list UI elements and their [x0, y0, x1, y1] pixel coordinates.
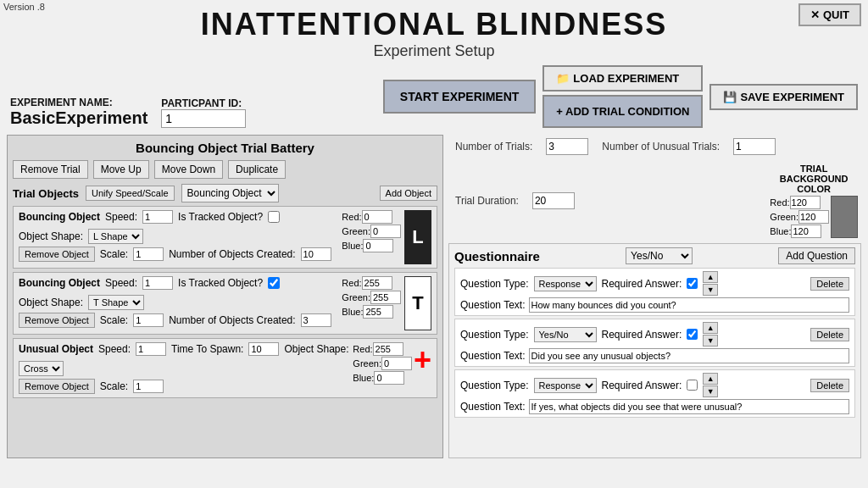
remove-trial-button[interactable]: Remove Trial — [13, 160, 88, 179]
bg-blue-input[interactable] — [791, 225, 821, 238]
experiment-name-value: BasicExperiment — [10, 108, 147, 128]
participant-section: PARTICPANT ID: — [161, 97, 246, 128]
q3-down-button[interactable]: ▼ — [703, 385, 718, 397]
load-experiment-button[interactable]: 📁 LOAD EXPERIMENT — [542, 65, 703, 92]
obj1-red-input[interactable] — [362, 210, 392, 224]
bouncing-object-select[interactable]: Bouncing Object — [181, 184, 279, 202]
q1-text-input[interactable] — [529, 297, 850, 313]
q3-required-checkbox[interactable] — [687, 380, 698, 391]
trial-objects-label: Trial Objects — [13, 187, 79, 200]
trial-info: Number of Trials: — [452, 136, 592, 157]
q1-delete-button[interactable]: Delete — [810, 277, 849, 291]
object-row-2: Bouncing Object Speed: Is Tracked Object… — [13, 272, 437, 335]
move-down-button[interactable]: Move Down — [154, 160, 223, 179]
right-panel: Number of Trials: Number of Unusual Tria… — [448, 135, 861, 458]
obj1-color-section: Red: Green: Blue: — [342, 210, 401, 252]
obj2-shape-select[interactable]: T Shape — [88, 295, 144, 310]
q3-text-input[interactable] — [529, 399, 850, 414]
start-experiment-button[interactable]: START EXPERIMENT — [383, 80, 537, 114]
q3-delete-button[interactable]: Delete — [810, 379, 849, 392]
obj3-remove-button[interactable]: Remove Object — [19, 379, 95, 394]
obj2-speed-input[interactable] — [142, 276, 173, 290]
trial-duration-input[interactable] — [532, 192, 575, 209]
num-unusual-label: Number of Unusual Trials: — [602, 141, 720, 152]
q2-text-input[interactable] — [529, 348, 850, 363]
num-unusual-input[interactable] — [733, 138, 776, 155]
object-row-3: Unusual Object Speed: Time To Spawn: Obj… — [13, 338, 437, 398]
main-area: Bouncing Object Trial Battery Remove Tri… — [0, 131, 868, 462]
app-title: INATTENTIONAL BLINDNESS — [0, 7, 868, 42]
obj3-scale-input[interactable] — [133, 380, 164, 393]
obj3-green-input[interactable] — [381, 357, 412, 370]
bg-green-input[interactable] — [798, 210, 829, 224]
q2-type-select[interactable]: Yes/No Response — [534, 327, 597, 342]
obj1-blue-input[interactable] — [363, 239, 393, 252]
question-row-2: Question Type: Yes/No Response Required … — [454, 319, 855, 367]
obj1-tracked-checkbox[interactable] — [268, 211, 280, 223]
obj1-scale-input[interactable] — [133, 247, 164, 261]
folder-icon: 📁 — [556, 72, 570, 85]
experiment-name-label: EXPERIMENT NAME: — [10, 97, 147, 108]
obj2-remove-button[interactable]: Remove Object — [19, 313, 95, 328]
obj3-shape-select[interactable]: Cross — [19, 361, 64, 376]
questionnaire-header: Questionnaire Yes/No Response Add Questi… — [454, 247, 855, 264]
obj2-tracked-checkbox[interactable] — [268, 277, 280, 289]
floppy-icon: 💾 — [723, 91, 737, 103]
obj2-scale-input[interactable] — [133, 313, 164, 327]
save-experiment-button[interactable]: 💾 SAVE EXPERIMENT — [709, 84, 858, 110]
participant-id-label: PARTICPANT ID: — [161, 97, 246, 109]
version-label: Version .8 — [3, 2, 45, 12]
experiment-name-section: EXPERIMENT NAME: BasicExperiment — [10, 97, 147, 128]
obj1-green-input[interactable] — [370, 225, 401, 238]
trial-battery-title: Bouncing Object Trial Battery — [13, 141, 437, 155]
obj2-green-input[interactable] — [370, 291, 401, 304]
obj1-name: Bouncing Object — [19, 211, 100, 223]
obj3-red-input[interactable] — [373, 342, 403, 356]
num-trials-label: Number of Trials: — [455, 141, 532, 152]
obj3-speed-input[interactable] — [136, 342, 166, 356]
q1-up-button[interactable]: ▲ — [703, 271, 718, 283]
obj1-shape-select[interactable]: L Shape — [88, 229, 143, 244]
obj2-num-objects-input[interactable] — [301, 313, 331, 327]
q2-delete-button[interactable]: Delete — [810, 328, 849, 341]
top-buttons: START EXPERIMENT 📁 LOAD EXPERIMENT + ADD… — [383, 65, 858, 128]
participant-id-input[interactable] — [161, 109, 246, 128]
bg-red-input[interactable] — [790, 196, 821, 209]
trial-bg-label: TRIAL BACKGROUND COLOR — [780, 164, 849, 194]
obj1-remove-button[interactable]: Remove Object — [19, 247, 95, 262]
question-row-3: Question Type: Response Yes/No Required … — [454, 369, 855, 418]
obj1-num-objects-input[interactable] — [301, 247, 331, 261]
top-bar: EXPERIMENT NAME: BasicExperiment PARTICP… — [0, 60, 868, 131]
add-trial-condition-button[interactable]: + ADD TRIAL CONDITION — [542, 95, 703, 128]
trial-controls: Remove Trial Move Up Move Down Duplicate — [13, 160, 437, 179]
add-question-button[interactable]: Add Question — [778, 247, 855, 264]
q1-type-select[interactable]: Response Yes/No — [534, 276, 597, 291]
obj1-shape-preview: L — [404, 210, 431, 264]
q1-down-button[interactable]: ▼ — [703, 284, 718, 296]
question-type-select[interactable]: Yes/No Response — [626, 247, 693, 264]
left-panel: Bouncing Object Trial Battery Remove Tri… — [7, 135, 443, 458]
obj2-blue-input[interactable] — [363, 305, 393, 319]
obj3-blue-input[interactable] — [374, 371, 404, 385]
num-trials-input[interactable] — [546, 138, 588, 155]
q2-required-checkbox[interactable] — [687, 329, 698, 340]
q1-required-checkbox[interactable] — [687, 278, 698, 289]
q3-type-select[interactable]: Response Yes/No — [534, 378, 597, 393]
bg-color-swatch — [831, 196, 858, 238]
questionnaire-title: Questionnaire — [454, 249, 540, 263]
q2-down-button[interactable]: ▼ — [703, 335, 718, 347]
q2-up-button[interactable]: ▲ — [703, 322, 718, 334]
quit-button[interactable]: ✕ QUIT — [798, 3, 861, 26]
add-object-button[interactable]: Add Object — [380, 186, 437, 201]
move-up-button[interactable]: Move Up — [93, 160, 149, 179]
unify-speed-button[interactable]: Unify Speed/Scale — [86, 186, 175, 201]
obj2-red-input[interactable] — [362, 276, 392, 290]
duplicate-button[interactable]: Duplicate — [228, 160, 286, 179]
obj3-time-input[interactable] — [248, 342, 279, 356]
trial-objects-header: Trial Objects Unify Speed/Scale Bouncing… — [13, 184, 437, 202]
obj3-color-section: Red: Green: Blue: — [353, 342, 412, 385]
question-row-1: Question Type: Response Yes/No Required … — [454, 268, 855, 316]
obj1-speed-input[interactable] — [142, 210, 173, 224]
q1-up-down: ▲ ▼ — [703, 271, 718, 296]
q3-up-button[interactable]: ▲ — [703, 373, 718, 385]
